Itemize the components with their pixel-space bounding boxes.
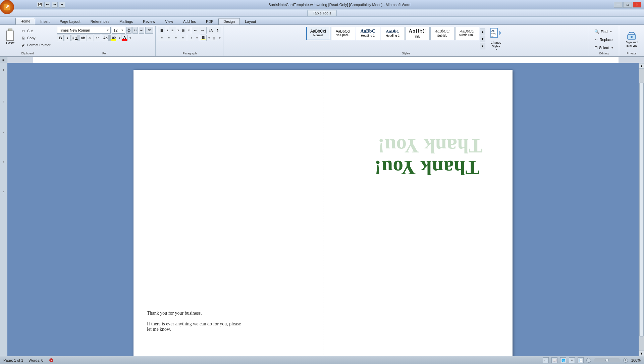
- format-painter-button[interactable]: 🖌 Format Painter: [19, 42, 52, 48]
- align-right[interactable]: ≡: [172, 35, 179, 41]
- font-color-button[interactable]: A: [121, 35, 128, 41]
- justify[interactable]: ≡: [179, 35, 186, 41]
- quick-save-btn[interactable]: 💾: [37, 2, 43, 8]
- line-spacing[interactable]: ↕: [188, 35, 195, 41]
- change-case-button[interactable]: Aa: [102, 35, 109, 41]
- words-count: Words: 0: [29, 358, 43, 362]
- office-button[interactable]: W: [0, 0, 14, 14]
- highlight-arrow[interactable]: ▼: [118, 37, 121, 40]
- decrease-indent[interactable]: ⇐: [192, 27, 199, 34]
- print-layout-btn[interactable]: ▭: [543, 357, 549, 363]
- font-size-bigger[interactable]: A↑: [132, 27, 138, 34]
- tab-page-layout[interactable]: Page Layout: [55, 18, 86, 25]
- style-normal[interactable]: AaBbCcI Normal: [306, 27, 330, 40]
- highlight-button[interactable]: ab: [110, 35, 117, 41]
- ruler-corner[interactable]: ⊞: [0, 57, 7, 63]
- tab-addins[interactable]: Add-Ins: [178, 18, 201, 25]
- cut-button[interactable]: ✂ Cut: [19, 28, 52, 34]
- change-styles-button[interactable]: Aa Body text... ChangeStyles ▼: [486, 27, 506, 51]
- style-subtle-em[interactable]: AaBbCcI Subtle Em...: [455, 27, 479, 40]
- font-group-label: Font: [102, 51, 108, 55]
- style-scroll-more[interactable]: ▾: [480, 43, 485, 49]
- zoom-out-btn[interactable]: −: [586, 358, 591, 363]
- paste-label: Paste: [6, 41, 15, 45]
- sort-button[interactable]: ↕A: [207, 27, 214, 34]
- multilevel-button[interactable]: ⊞: [180, 27, 186, 34]
- tab-insert[interactable]: Insert: [35, 18, 55, 25]
- tab-review[interactable]: Review: [138, 18, 160, 25]
- copy-icon: ⎘: [20, 35, 26, 41]
- scroll-down-btn[interactable]: ▼: [639, 351, 644, 356]
- status-bar: Page: 1 of 1 Words: 0 ✓ ▭ 📖 🌐 ≡ 📄 − + 10…: [0, 356, 644, 364]
- sign-encrypt-button[interactable]: Sign andEncrypt: [625, 29, 639, 48]
- quick-redo-btn[interactable]: ↪: [52, 2, 58, 8]
- font-size-increase[interactable]: ▲: [126, 27, 131, 30]
- replace-button[interactable]: ↔ Replace: [592, 36, 616, 43]
- scroll-up-btn[interactable]: ▲: [639, 63, 644, 69]
- find-button[interactable]: 🔍 Find ▼: [592, 28, 616, 35]
- zoom-thumb[interactable]: [605, 359, 609, 362]
- subscript-button[interactable]: X₂: [87, 35, 93, 41]
- copy-button[interactable]: ⎘ Copy: [19, 35, 52, 41]
- outline-btn[interactable]: ≡: [569, 357, 575, 363]
- zoom-slider[interactable]: [594, 358, 621, 362]
- bold-button[interactable]: B: [57, 35, 64, 41]
- borders-button[interactable]: ⊞: [211, 35, 217, 41]
- select-button[interactable]: ⊡ Select ▼: [592, 44, 616, 51]
- message-section[interactable]: Thank you for your business. If there is…: [133, 301, 323, 348]
- paste-button[interactable]: Paste: [3, 27, 18, 47]
- tab-mailings[interactable]: Mailings: [114, 18, 138, 25]
- scroll-thumb[interactable]: [639, 83, 644, 336]
- bullets-button[interactable]: ☰: [158, 27, 165, 34]
- font-size-decrease[interactable]: ▼: [126, 30, 131, 34]
- maximize-btn[interactable]: □: [623, 2, 632, 8]
- replace-icon: ↔: [594, 37, 598, 42]
- vertical-scrollbar[interactable]: ▲ ▼: [639, 63, 644, 356]
- document-page[interactable]: Thank You! Thank You! Thank you for your…: [133, 70, 513, 356]
- close-btn[interactable]: ✕: [633, 2, 641, 8]
- customize-btn[interactable]: ▼: [59, 2, 65, 8]
- tab-layout[interactable]: Layout: [240, 18, 261, 25]
- show-hide-button[interactable]: ¶: [214, 27, 221, 34]
- italic-button[interactable]: I: [64, 35, 71, 41]
- para-row1: ☰ ▼ ≡ ▼ ⊞ ▼ ⇐ ⇒ ↕A ¶: [158, 27, 221, 34]
- style-nospace[interactable]: AaBbCcI No Spaci...: [331, 27, 355, 40]
- font-name-arrow: ▼: [107, 29, 109, 32]
- style-heading2[interactable]: AaBbC Heading 2: [381, 27, 405, 40]
- numbering-button[interactable]: ≡: [169, 27, 176, 34]
- font-size-input[interactable]: 12 ▼: [112, 27, 125, 34]
- style-scroll-down[interactable]: ▼: [480, 36, 485, 42]
- strikethrough-button[interactable]: ab: [79, 35, 86, 41]
- font-name-dropdown[interactable]: Times New Roman ▼: [57, 27, 111, 34]
- underline-button[interactable]: U▼: [71, 35, 78, 41]
- full-reading-btn[interactable]: 📖: [551, 357, 557, 363]
- para-row2: ≡ ≡ ≡ ≡ ↕ ▼ ▓ ▼ ⊞ ▼: [158, 35, 221, 41]
- proofing-icon[interactable]: ✓: [49, 358, 54, 363]
- font-color-arrow[interactable]: ▼: [129, 37, 131, 40]
- style-title[interactable]: AaBbC Title: [406, 27, 430, 40]
- align-center[interactable]: ≡: [165, 35, 172, 41]
- style-subtitle[interactable]: AaBbCcI Subtitle: [430, 27, 454, 40]
- draft-btn[interactable]: 📄: [578, 357, 584, 363]
- font-size-smaller[interactable]: A↓: [139, 27, 144, 34]
- minimize-btn[interactable]: —: [614, 2, 623, 8]
- tab-references[interactable]: References: [86, 18, 114, 25]
- shading-button[interactable]: ▓: [200, 35, 207, 41]
- tab-view[interactable]: View: [160, 18, 178, 25]
- align-left[interactable]: ≡: [158, 35, 165, 41]
- clear-formatting[interactable]: ⌧: [145, 27, 153, 34]
- document-scroll-area[interactable]: Thank You! Thank You! Thank you for your…: [7, 63, 639, 356]
- quick-undo-btn[interactable]: ↩: [44, 2, 50, 8]
- tab-home[interactable]: Home: [15, 18, 35, 25]
- select-arrow: ▼: [611, 46, 613, 49]
- style-heading1[interactable]: AaBbC Heading 1: [356, 27, 380, 40]
- tab-design[interactable]: Design: [218, 18, 240, 25]
- superscript-button[interactable]: X²: [94, 35, 100, 41]
- tab-pdf[interactable]: PDF: [201, 18, 218, 25]
- styles-group: AaBbCcI Normal AaBbCcI No Spaci... AaBbC…: [224, 26, 588, 56]
- style-scroll-up[interactable]: ▲: [480, 29, 485, 35]
- increase-indent[interactable]: ⇒: [199, 27, 206, 34]
- zoom-in-btn[interactable]: +: [623, 358, 628, 363]
- table-tools-bar: Table Tools: [0, 9, 644, 17]
- web-layout-btn[interactable]: 🌐: [560, 357, 566, 363]
